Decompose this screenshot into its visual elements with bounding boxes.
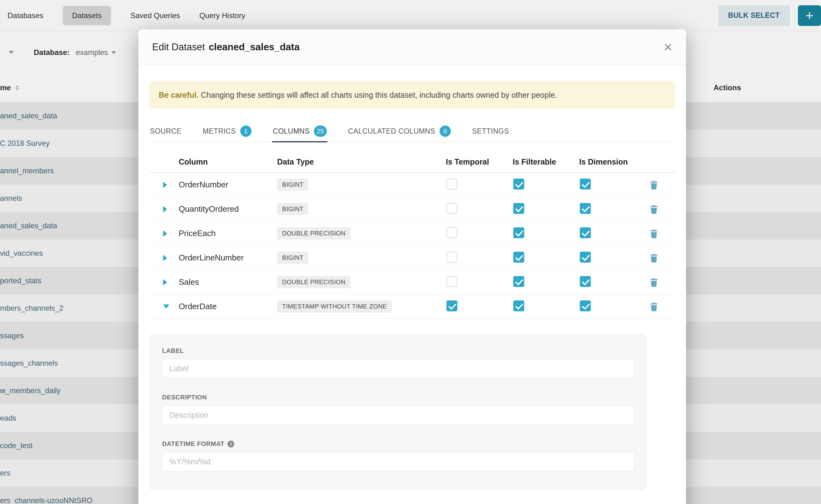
tab-badge: 0: [440, 126, 451, 137]
datetime-format-field-label: DATETIME FORMAT i: [162, 440, 634, 447]
close-icon[interactable]: ×: [664, 40, 672, 55]
tab-metrics[interactable]: METRICS 1: [202, 121, 252, 142]
is-temporal-checkbox[interactable]: [447, 227, 458, 238]
header-is-filterable: Is Filterable: [513, 157, 579, 166]
is-dimension-checkbox[interactable]: [580, 252, 591, 263]
trash-icon[interactable]: [649, 204, 659, 215]
modal-header: Edit Dataset cleaned_sales_data ×: [138, 29, 686, 65]
data-type-pill: BIGINT: [277, 203, 308, 215]
expand-toggle[interactable]: [149, 255, 179, 261]
label-input[interactable]: [162, 359, 635, 378]
data-type-pill: DOUBLE PRECISION: [277, 276, 350, 288]
is-filterable-checkbox[interactable]: [513, 276, 524, 287]
column-row: OrderLineNumber BIGINT: [149, 246, 675, 270]
is-temporal-checkbox[interactable]: [447, 300, 458, 311]
trash-icon[interactable]: [649, 180, 659, 190]
is-temporal-checkbox[interactable]: [447, 252, 458, 263]
is-temporal-checkbox[interactable]: [447, 203, 458, 214]
columns-table: Column Data Type Is Temporal Is Filterab…: [149, 151, 675, 319]
is-filterable-checkbox[interactable]: [513, 179, 524, 190]
is-dimension-checkbox[interactable]: [580, 227, 591, 238]
tab-label: SETTINGS: [472, 127, 509, 136]
column-name: OrderDate: [179, 302, 277, 311]
is-filterable-checkbox[interactable]: [513, 203, 524, 214]
modal-dataset-name: cleaned_sales_data: [209, 42, 299, 53]
expand-toggle[interactable]: [149, 230, 179, 237]
description-input[interactable]: [162, 405, 635, 425]
delete-column-button[interactable]: [646, 180, 675, 190]
expand-caret-icon[interactable]: [163, 304, 169, 309]
trash-icon[interactable]: [649, 228, 659, 239]
is-dimension-checkbox[interactable]: [580, 300, 591, 311]
warning-banner: Be careful. Changing these settings will…: [149, 81, 675, 109]
tab-calculated-columns[interactable]: CALCULATED COLUMNS 0: [347, 121, 452, 142]
datetime-format-field-group: DATETIME FORMAT i: [162, 440, 634, 471]
data-type-pill: BIGINT: [277, 252, 308, 264]
trash-icon[interactable]: [649, 301, 659, 312]
is-temporal-checkbox[interactable]: [447, 179, 458, 190]
is-filterable-checkbox[interactable]: [513, 252, 524, 263]
tab-settings[interactable]: SETTINGS: [472, 121, 510, 142]
column-name: QuantityOrdered: [179, 204, 277, 214]
tab-columns[interactable]: COLUMNS 25: [272, 121, 327, 142]
expand-caret-icon[interactable]: [163, 230, 167, 237]
warning-bold-text: Be careful.: [159, 91, 199, 99]
column-detail-panel: LABEL DESCRIPTION DATETIME FORMAT i: [149, 334, 647, 490]
label-field-group: LABEL: [162, 347, 634, 378]
expand-toggle[interactable]: [149, 182, 179, 188]
modal-title-prefix: Edit Dataset: [152, 42, 205, 53]
column-row: QuantityOrdered BIGINT: [149, 197, 675, 221]
delete-column-button[interactable]: [646, 204, 675, 215]
tab-label: SOURCE: [150, 127, 181, 136]
trash-icon[interactable]: [649, 277, 659, 288]
data-type-pill: BIGINT: [277, 179, 308, 191]
tab-source[interactable]: SOURCE: [149, 121, 182, 142]
header-is-temporal: Is Temporal: [446, 157, 513, 166]
column-row: PriceEach DOUBLE PRECISION: [149, 221, 675, 246]
columns-table-header: Column Data Type Is Temporal Is Filterab…: [149, 151, 675, 173]
edit-dataset-modal: Edit Dataset cleaned_sales_data × Be car…: [138, 29, 686, 504]
header-is-dimension: Is Dimension: [579, 157, 646, 166]
header-column: Column: [179, 157, 277, 166]
info-icon[interactable]: i: [227, 441, 234, 447]
is-dimension-checkbox[interactable]: [580, 203, 591, 214]
description-field-label: DESCRIPTION: [162, 394, 634, 401]
is-temporal-checkbox[interactable]: [447, 276, 458, 287]
trash-icon[interactable]: [649, 253, 659, 263]
modal-body: Be careful. Changing these settings will…: [138, 65, 686, 490]
expand-caret-icon[interactable]: [163, 206, 167, 212]
datetime-format-label-text: DATETIME FORMAT: [162, 440, 224, 447]
data-type-pill: TIMESTAMP WITHOUT TIME ZONE: [277, 300, 392, 313]
column-row: OrderNumber BIGINT: [149, 173, 675, 197]
delete-column-button[interactable]: [646, 253, 675, 263]
delete-column-button[interactable]: [646, 228, 675, 239]
expand-toggle[interactable]: [149, 304, 179, 309]
column-name: Sales: [179, 277, 277, 287]
tab-label: CALCULATED COLUMNS: [348, 127, 435, 136]
expand-caret-icon[interactable]: [163, 255, 167, 261]
expand-caret-icon[interactable]: [163, 279, 167, 285]
warning-text: Changing these settings will affect all …: [201, 91, 557, 99]
label-field-label: LABEL: [162, 347, 634, 354]
column-name: PriceEach: [179, 229, 277, 238]
modal-tabs: SOURCE METRICS 1 COLUMNS 25 CALCULATED C…: [149, 121, 675, 142]
datetime-format-input[interactable]: [162, 452, 635, 471]
delete-column-button[interactable]: [646, 277, 675, 288]
data-type-pill: DOUBLE PRECISION: [277, 227, 350, 240]
is-dimension-checkbox[interactable]: [580, 276, 591, 287]
is-filterable-checkbox[interactable]: [513, 227, 524, 238]
delete-column-button[interactable]: [646, 301, 675, 312]
expand-toggle[interactable]: [149, 206, 179, 212]
column-name: OrderLineNumber: [179, 253, 277, 263]
is-filterable-checkbox[interactable]: [513, 300, 524, 311]
header-data-type: Data Type: [277, 157, 446, 166]
is-dimension-checkbox[interactable]: [580, 179, 591, 190]
column-row: Sales DOUBLE PRECISION: [149, 270, 675, 294]
tab-label: METRICS: [203, 127, 236, 136]
tab-badge: 25: [314, 126, 327, 137]
expand-toggle[interactable]: [149, 279, 179, 285]
column-name: OrderNumber: [179, 180, 277, 190]
tab-label: COLUMNS: [273, 127, 309, 136]
expand-caret-icon[interactable]: [163, 182, 167, 188]
tab-badge: 1: [240, 126, 251, 137]
